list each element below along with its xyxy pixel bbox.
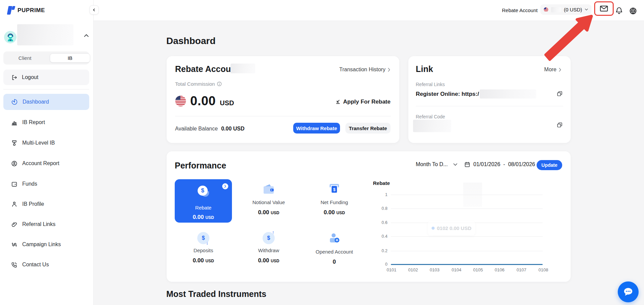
logout-label: Logout [22, 74, 38, 80]
logout-button[interactable]: Logout [3, 70, 89, 85]
toggle-client[interactable]: Client [3, 55, 46, 61]
us-flag-icon [544, 7, 548, 12]
sidebar-item-account-report[interactable]: Account Report [3, 155, 89, 171]
sidebar-item-label: Multi-Level IB [22, 140, 55, 146]
sidebar-item-label: Dashboard [23, 99, 49, 105]
withdraw-rebate-button[interactable]: Withdraw Rebate [293, 123, 340, 134]
tile-value: 0.00 USD [175, 257, 232, 264]
chat-bubble-icon [623, 287, 634, 297]
referral-links-label: Referral Links [416, 82, 445, 87]
sidebar-item-contact-us[interactable]: Contact Us [3, 257, 89, 273]
header-account-type-label: Rebate Account [502, 7, 538, 13]
svg-text:$: $ [333, 187, 336, 192]
wallet-icon [262, 183, 275, 195]
bell-icon [615, 7, 623, 15]
gridline [391, 195, 543, 195]
phone-icon [11, 262, 18, 268]
tile-value: 0.00 USD [240, 209, 297, 216]
card-divider [416, 106, 563, 106]
link-card-title: Link [416, 64, 433, 74]
tile-unit: USD [271, 259, 279, 263]
referral-link-redacted [480, 89, 536, 99]
arrow-up-icon: ↑ [272, 230, 274, 235]
account-id-redacted [551, 7, 561, 12]
performance-title: Performance [175, 161, 226, 170]
toggle-ib[interactable]: IB [50, 53, 90, 63]
notifications-button[interactable] [615, 7, 623, 16]
copy-icon[interactable] [557, 122, 563, 128]
chart-ghost-tooltip: 0102 0.00 USD [428, 221, 475, 235]
add-account-icon [328, 232, 340, 244]
logout-icon [11, 74, 18, 81]
commission-amount: 0.00 USD [175, 94, 234, 108]
transaction-history-link[interactable]: Transaction History [339, 67, 391, 73]
tile-unit: USD [336, 211, 345, 215]
sidebar-item-ib-profile[interactable]: IB Profile [3, 196, 89, 212]
x-tick: 0107 [513, 267, 530, 272]
account-type-toggle: Client IB [3, 51, 89, 65]
update-button[interactable]: Update [537, 160, 562, 170]
account-selector[interactable]: (0 USD) [540, 4, 591, 15]
sidebar-item-ib-report[interactable]: IB Report [3, 114, 89, 130]
tile-value: 0 [306, 259, 363, 265]
date-separator: - [503, 161, 505, 167]
sidebar-item-funds[interactable]: Funds [3, 176, 89, 192]
tile-chevron-button[interactable] [222, 183, 228, 189]
sidebar-item-label: Referral Links [22, 221, 56, 227]
sidebar-item-label: Funds [22, 181, 37, 187]
avatar[interactable] [4, 31, 16, 43]
apply-for-rebate-link[interactable]: Apply For Rebate [335, 99, 391, 105]
tile-opened-account[interactable]: Opened Account 0 [306, 232, 363, 265]
account-currency: (0 USD) [564, 7, 582, 12]
transaction-history-label: Transaction History [339, 67, 385, 73]
referral-link-text: Register Online: https:/ [416, 91, 479, 98]
tile-unit: USD [205, 259, 214, 263]
tile-notional-value[interactable]: Notional Value 0.00 USD [240, 183, 297, 216]
sidebar-item-multi-level-ib[interactable]: Multi-Level IB [3, 135, 89, 151]
tile-value: 0.00 USD [306, 209, 363, 216]
sidebar-item-campaign-links[interactable]: Campaign Links [3, 236, 89, 253]
live-chat-button[interactable] [618, 281, 639, 302]
tile-amount: 0.00 [258, 257, 269, 264]
link-card: Link More Referral Links Register Online… [408, 56, 571, 143]
mail-highlight-box[interactable] [594, 1, 614, 16]
bar-chart-icon [11, 119, 18, 126]
chart-zero-line [391, 264, 543, 265]
range-option-label: Month To D... [416, 161, 448, 167]
transfer-rebate-button[interactable]: Transfer Rebate [345, 123, 391, 134]
sidebar-item-label: Contact Us [22, 262, 49, 268]
robot-avatar-icon [5, 32, 15, 42]
sidebar-item-label: IB Report [22, 119, 45, 125]
tile-net-funding[interactable]: $ Net Funding 0.00 USD [306, 183, 363, 216]
tile-amount: 0.00 [193, 257, 204, 264]
sidebar-collapse-button[interactable] [90, 5, 99, 14]
sidebar-item-referral-links[interactable]: Referral Links [3, 216, 89, 232]
gridline [391, 251, 543, 251]
chevron-right-icon [558, 68, 562, 72]
tile-label: Rebate [175, 205, 232, 211]
page-title: Dashboard [166, 36, 215, 46]
language-button[interactable] [629, 7, 637, 16]
dollar-coin-icon: $ [198, 186, 208, 196]
x-tick: 0105 [470, 267, 486, 272]
deposit-icon: $↓ [197, 232, 209, 244]
chevron-down-icon [453, 163, 457, 166]
ib-dashboard: PUPRIME Client IB Logout Dashb [0, 0, 644, 305]
puprime-logo-icon [5, 5, 16, 16]
chevron-up-icon[interactable] [84, 34, 89, 37]
tile-label: Notional Value [240, 199, 297, 205]
date-range-select[interactable]: Month To D... [416, 161, 457, 167]
copy-icon[interactable] [557, 91, 563, 97]
link-more-link[interactable]: More [544, 67, 562, 73]
usd-flag-icon [175, 96, 186, 107]
info-icon[interactable] [217, 81, 222, 86]
brand-name: PUPRIME [18, 7, 45, 14]
sidebar-item-dashboard[interactable]: Dashboard [3, 94, 89, 110]
date-range-picker[interactable]: 01/01/2026 - 08/01/2026 [464, 161, 535, 167]
tile-withdraw[interactable]: $↑ Withdraw 0.00 USD [240, 232, 297, 264]
y-tick: 0.2 [375, 249, 387, 253]
tile-rebate[interactable]: $ Rebate 0.00 USD [175, 179, 232, 223]
referral-link-value: Register Online: https:/ [416, 89, 536, 99]
rebate-account-card: Rebate Account Transaction History Total… [167, 56, 399, 143]
tile-deposits[interactable]: $↓ Deposits 0.00 USD [175, 232, 232, 264]
